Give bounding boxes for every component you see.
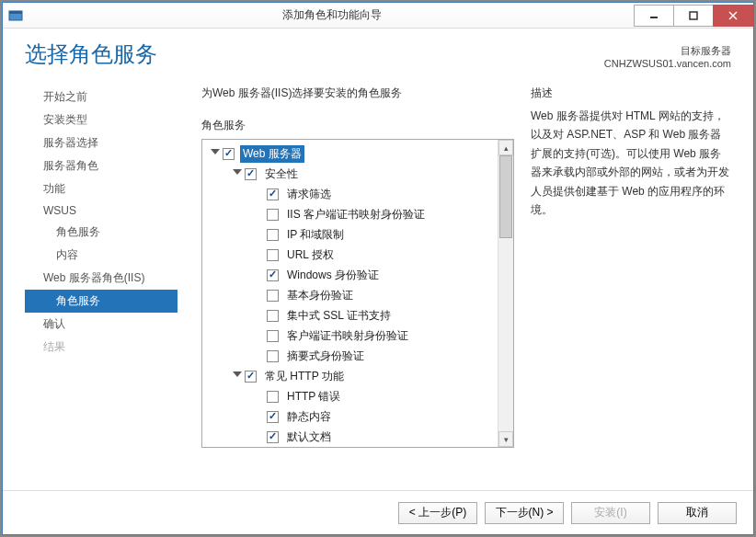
tree-node-label: 安全性 (262, 166, 301, 183)
svg-rect-3 (690, 12, 697, 19)
maximize-button[interactable] (673, 5, 714, 27)
next-button[interactable]: 下一步(N) > (485, 502, 564, 524)
tree-node-label: 基本身份验证 (284, 287, 356, 304)
nav-item[interactable]: 功能 (25, 177, 178, 200)
wizard-window: 添加角色和功能向导 选择角色服务 目标服务器 CNHZWSUS01.vancen… (2, 2, 754, 535)
scrollbar-vertical[interactable]: ▴ ▾ (498, 140, 513, 447)
tree-node[interactable]: Web 服务器 (202, 143, 498, 164)
role-services-tree: Web 服务器安全性请求筛选IIS 客户端证书映射身份验证IP 和域限制URL … (201, 139, 514, 448)
titlebar: 添加角色和功能向导 (3, 3, 753, 29)
wizard-nav: 开始之前安装类型服务器选择服务器角色功能WSUS角色服务内容Web 服务器角色(… (25, 86, 178, 481)
checkbox[interactable] (223, 148, 235, 160)
tree-node[interactable]: URL 授权 (202, 245, 498, 265)
checkbox[interactable] (267, 350, 279, 362)
tree-node[interactable]: 请求筛选 (202, 184, 498, 204)
checkbox[interactable] (267, 209, 279, 221)
previous-button[interactable]: < 上一步(P) (398, 502, 477, 524)
expander-icon (254, 350, 265, 361)
checkbox[interactable] (267, 330, 279, 342)
expander-icon (254, 249, 265, 260)
scroll-down-button[interactable]: ▾ (498, 431, 513, 447)
minimize-button[interactable] (634, 5, 674, 27)
tree-node-label: 默认文档 (284, 428, 334, 446)
tree-node[interactable]: 客户端证书映射身份验证 (202, 326, 498, 346)
nav-item[interactable]: 开始之前 (25, 86, 178, 109)
expander-icon (254, 269, 265, 280)
tree-viewport: Web 服务器安全性请求筛选IIS 客户端证书映射身份验证IP 和域限制URL … (202, 140, 498, 447)
nav-item[interactable]: 内容 (25, 244, 178, 267)
tree-node[interactable]: 集中式 SSL 证书支持 (202, 305, 498, 326)
tree-node-label: 摘要式身份验证 (284, 348, 367, 365)
nav-item[interactable]: Web 服务器角色(IIS) (25, 267, 178, 290)
nav-item[interactable]: 确认 (25, 313, 178, 336)
tree-node[interactable]: 常见 HTTP 功能 (202, 366, 498, 386)
tree-node-label: IIS 客户端证书映射身份验证 (284, 206, 428, 223)
tree-node-label: Windows 身份验证 (284, 267, 382, 284)
nav-item[interactable]: 安装类型 (25, 109, 178, 131)
cancel-button[interactable]: 取消 (658, 502, 737, 524)
svg-marker-7 (233, 169, 242, 175)
expander-icon[interactable] (232, 168, 243, 179)
nav-item[interactable]: 服务器角色 (25, 154, 178, 177)
instruction-text: 为Web 服务器(IIS)选择要安装的角色服务 (201, 86, 514, 101)
svg-marker-6 (211, 149, 220, 154)
expander-icon (254, 330, 265, 341)
page-title: 选择角色服务 (25, 40, 157, 69)
nav-item[interactable]: 服务器选择 (25, 131, 178, 154)
expander-icon (254, 391, 265, 402)
tree-node-label: URL 授权 (284, 246, 337, 264)
content-area: 选择角色服务 目标服务器 CNHZWSUS01.vancen.com 开始之前安… (3, 29, 753, 490)
checkbox[interactable] (267, 310, 279, 322)
checkbox[interactable] (267, 189, 279, 200)
svg-rect-1 (9, 11, 22, 14)
nav-item[interactable]: 角色服务 (25, 290, 178, 313)
checkbox[interactable] (267, 290, 279, 302)
expander-icon (254, 229, 265, 240)
checkbox[interactable] (267, 391, 279, 403)
scroll-up-button[interactable]: ▴ (498, 140, 513, 155)
expander-icon (254, 411, 265, 422)
tree-node[interactable]: 静态内容 (202, 406, 498, 427)
nav-item[interactable]: 角色服务 (25, 221, 178, 244)
tree-node-label: 请求筛选 (284, 186, 334, 203)
nav-item: 结果 (25, 336, 178, 359)
scroll-track[interactable] (498, 155, 513, 431)
expander-icon (254, 431, 265, 442)
install-button[interactable]: 安装(I) (571, 502, 650, 524)
tree-node-label: 常见 HTTP 功能 (262, 368, 347, 385)
expander-icon (254, 290, 265, 301)
close-button[interactable] (713, 5, 753, 27)
tree-node[interactable]: HTTP 错误 (202, 386, 498, 406)
tree-node-label: HTTP 错误 (284, 388, 343, 406)
scroll-thumb[interactable] (499, 155, 512, 238)
tree-node-label: IP 和域限制 (284, 226, 347, 244)
checkbox[interactable] (245, 371, 257, 383)
tree-node[interactable]: Windows 身份验证 (202, 265, 498, 285)
tree-node-label: 静态内容 (284, 408, 334, 426)
tree-node[interactable]: 默认文档 (202, 427, 498, 447)
checkbox[interactable] (267, 411, 279, 423)
tree-section-label: 角色服务 (201, 118, 514, 133)
tree-node[interactable]: 摘要式身份验证 (202, 346, 498, 366)
expander-icon (254, 189, 265, 200)
tree-node[interactable]: IP 和域限制 (202, 224, 498, 245)
window-title: 添加角色和功能向导 (29, 7, 635, 23)
expander-icon[interactable] (232, 371, 243, 382)
description-label: 描述 (531, 86, 731, 101)
checkbox[interactable] (267, 229, 279, 241)
destination-server: CNHZWSUS01.vancen.com (604, 58, 731, 69)
expander-icon[interactable] (210, 148, 221, 159)
tree-node[interactable]: 基本身份验证 (202, 285, 498, 305)
checkbox[interactable] (267, 269, 279, 281)
checkbox[interactable] (267, 249, 279, 261)
tree-node-label: Web 服务器 (240, 145, 304, 163)
wizard-footer: < 上一步(P) 下一步(N) > 安装(I) 取消 (3, 490, 753, 534)
tree-node[interactable]: 安全性 (202, 164, 498, 184)
nav-item[interactable]: WSUS (25, 200, 178, 221)
checkbox[interactable] (267, 431, 279, 443)
checkbox[interactable] (245, 168, 257, 180)
expander-icon (254, 209, 265, 220)
tree-node[interactable]: IIS 客户端证书映射身份验证 (202, 204, 498, 224)
tree-node-label: 客户端证书映射身份验证 (284, 327, 411, 345)
description-text: Web 服务器提供对 HTML 网站的支持，以及对 ASP.NET、ASP 和 … (531, 107, 731, 219)
